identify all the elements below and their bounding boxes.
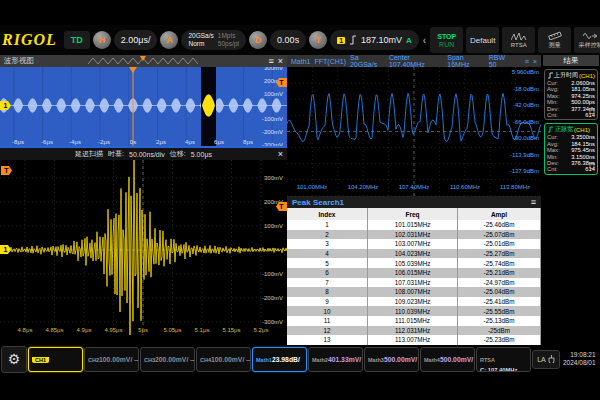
t-axis-label: -2μs [98,139,110,145]
v-axis-label: 300mV [264,175,283,181]
la-indicator[interactable]: LA [532,350,560,369]
table-row[interactable]: 3103.007MHz-25.01dBm [287,239,541,249]
table-cell: -25.13dBm [458,316,541,326]
trigger-level-value: 187.10mV [361,35,402,45]
trigger-mode-badge[interactable]: TD [64,31,90,49]
trigger-source-badge: 1 [337,37,345,44]
acquire-pill[interactable]: 20GSa/sNorm 1Mpts50ps/pt [181,30,246,50]
rtsa-status-box[interactable]: RTSA C: 107.40MHz S: 29.9MHz [476,347,531,372]
scale-value: 500.00mV/ [384,356,417,363]
menu-icon[interactable]: ≡ [268,57,273,66]
waveform-view-title: 波形视图 [4,56,34,66]
ch4-box[interactable]: CH4100.00mV/ ⎓0.00V [196,347,251,372]
menu-icon[interactable]: ≡ [531,198,536,207]
table-row[interactable]: 6106.015MHz-25.21dBm [287,268,541,278]
menu-icon[interactable]: ≡ [525,57,529,66]
delete-icon[interactable] [589,100,595,118]
t-axis-label: 5μs [138,327,148,333]
column-header: Ampl [458,208,541,220]
table-row[interactable]: 1101.015MHz-25.46dBm [287,220,541,230]
table-cell: 113.007MHz [368,335,458,345]
peak-search-panel: Peak Search1 ≡ IndexFreqAmpl 1101.015MHz… [287,196,541,345]
settings-button[interactable]: ⚙ [1,346,27,373]
edge-icon [547,126,554,133]
table-row[interactable]: 4104.023MHz-25.27dBm [287,249,541,259]
close-icon[interactable]: × [278,150,283,159]
math4-box[interactable]: Math4500.00mV/CH1+CH1 [420,347,475,372]
v-axis-label: -300mV [262,319,283,325]
table-cell: 105.039MHz [368,258,458,268]
delayed-sweep-plot[interactable]: 300mV200mV100mV-100mV-200mV-300mV 4.8μs4… [0,160,287,335]
default-button[interactable]: Default [466,27,499,53]
results-sidebar: 结果 上升时间(CH1)Cur:2.0600nsAvg:181.05nsMax:… [543,55,599,345]
rigol-logo: RIGOL [2,31,57,49]
math3-box[interactable]: Math3500.00mV/CH1+CH1 [364,347,419,372]
table-row[interactable]: 2102.031MHz-25.07dBm [287,230,541,240]
ch3-box[interactable]: CH3200.00mV/ ⎓ Ω-65.51mV [140,347,195,372]
table-cell: 103.007MHz [368,239,458,249]
table-row[interactable]: 9109.023MHz-25.41dBm [287,297,541,307]
ch2-box[interactable]: CH2100.00mV/ ⎓0.00V [84,347,139,372]
table-row[interactable]: 11111.015MHz-25.13dBm [287,316,541,326]
zoom-offset-label: 位移: [170,149,186,159]
table-cell: 9 [287,297,368,307]
fft-source: Math1 [291,58,310,65]
burst-waveform-trace [0,160,287,335]
math1-box[interactable]: Math123.98dB/FFT(CH1) [252,347,307,372]
delay-knob[interactable]: D [249,31,267,49]
waveform-view-plot[interactable]: 300mV200mV100mV-100mV-200mV-300mV -8μs-6… [0,67,287,146]
table-row[interactable]: 10110.039MHz-25.55dBm [287,306,541,316]
channel-tab: CH1 [32,357,49,363]
rtsa-button[interactable]: RTSA [502,27,535,53]
freq-axis-label: 104.20MHz [348,184,379,190]
bottom-channel-bar: ⚙ CH1100.00mV/ ⎓ Ω0.00VCH2100.00mV/ ⎓0.0… [0,345,600,373]
horizontal-knob[interactable]: H [93,31,111,49]
measurement-block[interactable]: 正脉宽(CH1)Cur:3.3500nsAvg:184.15nsMax:975.… [544,123,598,174]
t-axis-label: 5.15μs [222,327,240,333]
table-cell: 110.039MHz [368,306,458,316]
timebase-pill[interactable]: 2.00μs/ [114,30,158,50]
t-axis-label: 4.9μs [77,327,92,333]
table-cell: -25.23dBm [458,335,541,345]
trigger-knob[interactable]: T [309,31,327,49]
channel-tab: CH4 [200,357,211,363]
table-cell: 109.023MHz [368,297,458,307]
channel-tab: Math2 [312,357,328,363]
acquire-knob[interactable]: A [160,31,178,49]
measurement-block[interactable]: 上升时间(CH1)Cur:2.0600nsAvg:181.05nsMax:974… [544,69,598,120]
measurement-title: 正脉宽(CH1) [547,125,595,134]
column-header: Index [287,208,368,220]
scale-value: 100.00mV/ ⎓ [99,356,138,363]
t-axis-label: 0s [130,139,136,145]
table-row[interactable]: 7107.031MHz-24.97dBm [287,278,541,288]
table-row[interactable]: 13113.007MHz-25.23dBm [287,335,541,345]
t-axis-label: 4μs [185,139,195,145]
close-icon[interactable]: × [533,57,537,66]
table-row[interactable]: 12112.031MHz-25dBm [287,326,541,336]
close-icon[interactable]: × [278,57,283,66]
freq-axis-label: 110.60MHz [450,184,480,190]
acquire-button[interactable]: 采样控制 [574,27,600,53]
stop-run-button[interactable]: STOP RUN [430,27,463,53]
math2-box[interactable]: Math2401.33mV/CH1+CH1 [308,347,363,372]
measurement-row: Cnt:614 [547,166,595,172]
db-axis-label: -18.0dBm [513,86,539,92]
delay-pill[interactable]: 0.00s [270,30,306,50]
date-value: 2024/08/01 [563,359,596,367]
db-axis-label: -66.0dBm [513,119,539,125]
trigger-pill[interactable]: 1 187.10mV A [330,30,419,50]
fft-plot[interactable]: 5.960dBm-18.0dBm-42.0dBm-66.0dBm-90.0dBm… [287,67,541,196]
measure-button[interactable]: 测量 [538,27,571,53]
rtsa-center: C: 107.40MHz [480,366,527,372]
table-cell: 102.031MHz [368,230,458,240]
freq-axis-label: 113.80MHz [500,184,530,190]
trigger-flag: A [406,36,412,45]
ch1-box[interactable]: CH1100.00mV/ ⎓ Ω0.00V [28,347,83,372]
table-row[interactable]: 8108.007MHz-25.04dBm [287,287,541,297]
collapse-left-icon[interactable]: ‹ [422,35,427,46]
spectrum-icon [511,32,527,41]
delete-icon[interactable] [589,155,595,173]
fft-panel: Math1 FFT(CH1) Sa 20GSa/s Center 107.40M… [287,55,541,196]
table-row[interactable]: 5105.039MHz-25.74dBm [287,258,541,268]
waveform-arrow-icon [583,31,599,40]
